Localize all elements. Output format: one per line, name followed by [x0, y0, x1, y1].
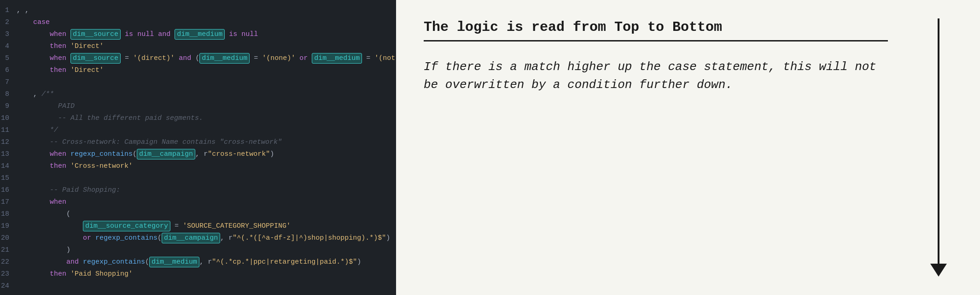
string-token: "^(.*cp.*|ppc|retargeting|paid.*)$" — [212, 258, 357, 266]
code-line: 10 -- All the different paid segments. — [0, 112, 396, 124]
plain-token — [121, 30, 125, 38]
line-content: then 'Direct' — [17, 65, 389, 77]
keyword-token: when — [50, 30, 66, 38]
keyword-token: then — [50, 270, 66, 278]
plain-token — [17, 258, 66, 266]
plain-token — [154, 30, 158, 38]
string-token: 'SOURCE_CATEGORY_SHOPPING' — [183, 222, 291, 230]
line-number: 6 — [0, 65, 17, 77]
plain-token — [237, 30, 241, 38]
code-line: 22 and regexp_contains(dim__medium, r"^(… — [0, 256, 396, 268]
code-line: 23 then 'Paid Shopping' — [0, 268, 396, 280]
string-token: '(none)' — [262, 54, 295, 62]
heading-underline — [424, 40, 888, 41]
keyword-token: null — [137, 30, 154, 38]
plain-token — [17, 234, 83, 242]
line-number: 14 — [0, 160, 17, 172]
keyword-token: when — [50, 150, 66, 158]
line-number: 2 — [0, 17, 17, 29]
keyword-token: and — [66, 258, 79, 266]
code-line: 17 when — [0, 196, 396, 208]
line-number: 21 — [0, 244, 17, 256]
comment-token: */ — [17, 126, 58, 134]
highlighted-field: dim__medium — [175, 29, 225, 40]
plain-token: ( — [191, 54, 199, 62]
string-token: "cross-network" — [208, 150, 270, 158]
code-line: 4 then 'Direct' — [0, 41, 396, 53]
plain-token: , r — [220, 234, 233, 242]
comment-token: -- Paid Shopping: — [17, 186, 120, 194]
keyword-token: and — [158, 30, 170, 38]
code-line: 1, , — [0, 5, 396, 17]
code-line: 14 then 'Cross-network' — [0, 160, 396, 172]
plain-token — [308, 54, 312, 62]
line-content: when dim__source = '(direct)' and (dim__… — [17, 53, 396, 65]
code-line: 18 ( — [0, 208, 396, 220]
plain-token: ( — [158, 234, 162, 242]
plain-token — [295, 54, 299, 62]
line-number: 20 — [0, 232, 17, 244]
highlighted-field: dim__source — [70, 53, 121, 64]
line-number: 18 — [0, 208, 17, 220]
text-area: The logic is read from Top to Bottom If … — [424, 18, 925, 277]
line-content: when dim__source is null and dim__medium… — [17, 29, 389, 41]
line-number: 8 — [0, 88, 17, 100]
plain-token: ( — [133, 150, 137, 158]
plain-token: ) — [357, 258, 361, 266]
plain-token: = — [250, 54, 262, 62]
line-content: then 'Paid Shopping' — [17, 268, 389, 280]
string-token: '(not set)' — [374, 54, 396, 62]
line-content: , , — [17, 5, 389, 17]
string-token: 'Direct' — [70, 42, 104, 50]
plain-token: , r — [199, 258, 212, 266]
line-content: ( — [17, 208, 389, 220]
keyword-token: and — [179, 54, 191, 62]
line-number: 9 — [0, 100, 17, 112]
keyword-token: case — [33, 18, 50, 26]
code-line: 20 or regexp_contains(dim__campaign, r"^… — [0, 232, 396, 244]
highlighted-field: dim__source — [70, 29, 121, 40]
keyword-token: then — [50, 66, 66, 74]
line-number: 12 — [0, 136, 17, 148]
line-content: when regexp_contains(dim__campaign, r"cr… — [17, 148, 389, 160]
line-content: -- All the different paid segments. — [17, 112, 389, 124]
highlighted-field: dim__medium — [149, 257, 199, 267]
code-line: 2 case — [0, 17, 396, 29]
highlighted-field: dim__campaign — [137, 149, 195, 159]
string-token: '(direct)' — [133, 54, 175, 62]
comment-token: /** — [41, 90, 54, 98]
line-number: 22 — [0, 256, 17, 268]
line-number: 5 — [0, 53, 17, 65]
plain-token — [17, 150, 50, 158]
plain-token — [91, 234, 95, 242]
line-number: 11 — [0, 124, 17, 136]
plain-token — [17, 54, 50, 62]
line-content: then 'Cross-network' — [17, 160, 389, 172]
line-content: , /** — [17, 88, 389, 100]
plain-token — [66, 270, 70, 278]
code-line: 15 — [0, 172, 396, 184]
keyword-token: is — [125, 30, 133, 38]
plain-token — [66, 150, 70, 158]
arrow-head — [930, 264, 947, 277]
plain-token — [17, 222, 83, 230]
code-line: 7 — [0, 77, 396, 88]
plain-token — [66, 162, 70, 170]
plain-token: , r — [195, 150, 208, 158]
string-token: 'Direct' — [70, 66, 104, 74]
line-number: 23 — [0, 268, 17, 280]
highlighted-field: dim__medium — [312, 53, 362, 64]
plain-token — [17, 42, 50, 50]
body-text: If there is a match higher up the case s… — [424, 58, 888, 94]
line-number: 4 — [0, 41, 17, 53]
comment-token: -- Cross-network: Campaign Name contains… — [17, 138, 282, 146]
line-number: 7 — [0, 77, 17, 88]
code-line: 19 dim__source_category = 'SOURCE_CATEGO… — [0, 220, 396, 232]
line-content: dim__source_category = 'SOURCE_CATEGORY_… — [17, 220, 389, 232]
plain-token: ) — [386, 234, 390, 242]
plain-token — [79, 258, 83, 266]
line-number: 24 — [0, 280, 17, 292]
plain-token — [66, 66, 70, 74]
right-panel: The logic is read from Top to Bottom If … — [396, 0, 980, 295]
keyword-token: then — [50, 162, 66, 170]
